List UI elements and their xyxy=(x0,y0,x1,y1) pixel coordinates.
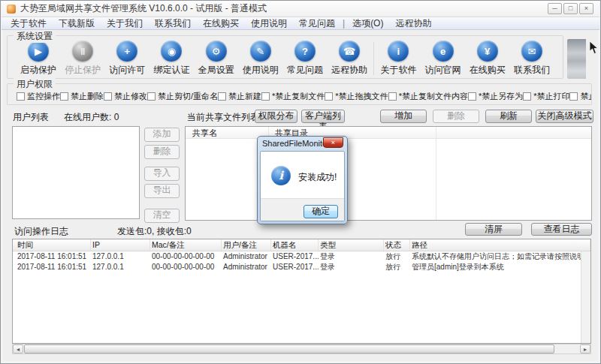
horizontal-scrollbar[interactable]: ◂ ▸ xyxy=(12,344,591,354)
menu-usage-guide[interactable]: 使用说明 xyxy=(245,17,293,29)
app-window: 大势至局域网共享文件管理系统 V10.6.0.0 - 试用版 - 普通模式 ─ … xyxy=(0,0,601,364)
log-table[interactable]: 时间 IP Mac/备注 用户/备注 机器名 类型 状态 路径 2017-08-… xyxy=(12,239,591,344)
add-share-button[interactable]: 增加 xyxy=(380,110,427,123)
mail-icon: ✉ xyxy=(521,41,542,62)
toolbar-item-about-software[interactable]: i 关于软件 xyxy=(378,41,418,77)
toolbar-item-official-website[interactable]: e 访问官网 xyxy=(423,41,464,77)
menu-download-new[interactable]: 下载新版 xyxy=(53,17,101,29)
cell-ip: 127.0.0.1 xyxy=(91,251,150,262)
menu-online-buy[interactable]: 在线购买 xyxy=(197,17,245,29)
toolbar-item-remote-assist[interactable]: ☎ 远程协助 xyxy=(329,41,370,77)
cell-path: 系统默认不存储用户访问日志；如需记录请按照说明安装数据 xyxy=(410,251,590,262)
log-row[interactable]: 2017-08-11 16:01:51 127.0.0.1 00-00-00-0… xyxy=(13,262,590,272)
toolbar-item-label: 远程协助 xyxy=(331,64,367,77)
toolbar-item-start-protection[interactable]: ▶ 启动保护 xyxy=(18,41,59,77)
menu-remote-assist[interactable]: 远程协助 xyxy=(389,17,437,29)
clear-screen-button[interactable]: 清屏 xyxy=(465,223,522,236)
user-list-box[interactable] xyxy=(12,126,140,219)
column-header-status[interactable]: 状态 xyxy=(384,239,410,251)
mouse-cursor-icon xyxy=(589,41,599,55)
checkbox-no-read[interactable]: 禁止读取 xyxy=(569,91,591,102)
phone-icon: ☎ xyxy=(339,41,360,62)
checkbox-label: 禁止修改 xyxy=(114,91,147,102)
toolbar-separator xyxy=(373,42,374,75)
checkbox-icon[interactable] xyxy=(261,92,270,101)
column-header-time[interactable]: 时间 xyxy=(16,239,91,251)
view-log-button[interactable]: 查看日志 xyxy=(531,223,592,236)
client-list-button[interactable]: 客户端列表 xyxy=(301,110,345,123)
checkbox-label: *禁止打印 xyxy=(533,91,569,102)
checkbox-icon[interactable] xyxy=(218,92,226,101)
menu-about-us[interactable]: 关于我们 xyxy=(101,17,149,29)
checkbox-icon[interactable] xyxy=(523,92,531,101)
checkbox-icon[interactable] xyxy=(388,92,397,101)
scroll-left-arrow-icon[interactable]: ◂ xyxy=(13,344,23,353)
perm-distribution-button[interactable]: 权限分布 xyxy=(255,110,297,123)
menu-faq[interactable]: 常见问题 xyxy=(293,17,341,29)
checkbox-label: *禁止复制文件内容 xyxy=(399,91,468,102)
shared-name-column-header[interactable]: 共享名 xyxy=(192,128,217,139)
title-bar[interactable]: 大势至局域网共享文件管理系统 V10.6.0.0 - 试用版 - 普通模式 ─ … xyxy=(2,1,599,17)
access-log-label: 访问操作日志 xyxy=(14,225,68,238)
toolbar-item-bind-auth[interactable]: ◉ 绑定认证 xyxy=(151,41,192,77)
menu-options[interactable]: 选项(O) xyxy=(346,17,389,29)
checkbox-icon[interactable] xyxy=(17,92,25,101)
checkbox-icon[interactable] xyxy=(104,92,112,101)
column-header-machine[interactable]: 机器名 xyxy=(271,239,319,251)
checkbox-no-modify[interactable]: 禁止修改 xyxy=(104,91,147,102)
checkbox-no-print[interactable]: *禁止打印 xyxy=(523,91,569,102)
toolbar-item-access-permit[interactable]: + 访问许可 xyxy=(107,41,147,77)
toolbar-item-faq[interactable]: ? 常见问题 xyxy=(285,41,325,77)
user-import-button: 导入 xyxy=(144,167,180,181)
checkbox-monitor-ops[interactable]: 监控操作 xyxy=(17,91,60,102)
toolbar-item-online-purchase[interactable]: ¥ 在线购买 xyxy=(467,41,508,77)
dialog-close-icon[interactable]: × xyxy=(323,137,343,148)
minimize-button[interactable]: ─ xyxy=(548,3,562,14)
refresh-button[interactable]: 刷新 xyxy=(485,110,532,123)
manual-icon: ✎ xyxy=(250,41,271,62)
maximize-button[interactable]: □ xyxy=(563,3,578,14)
globe-icon: e xyxy=(433,41,454,62)
message-dialog: SharedFileMonitor_... × i 安装成功! 确定 xyxy=(257,136,348,224)
scrollbar-thumb[interactable] xyxy=(24,344,554,353)
column-header-ip[interactable]: IP xyxy=(91,239,150,251)
dialog-ok-button[interactable]: 确定 xyxy=(304,205,338,218)
user-delete-button: 删除 xyxy=(144,145,180,159)
dialog-title-bar[interactable]: SharedFileMonitor_... xyxy=(258,137,324,151)
column-header-path[interactable]: 路径 xyxy=(410,239,590,251)
checkbox-no-delete[interactable]: 禁止删除 xyxy=(60,91,104,102)
column-header-mac[interactable]: Mac/备注 xyxy=(150,239,222,251)
cell-machine: USER-2017... xyxy=(271,251,319,262)
checkbox-no-copy-content[interactable]: *禁止复制文件内容 xyxy=(388,91,468,102)
packet-counters: 发送包:0, 接收包:0 xyxy=(117,225,192,238)
cell-mac: 00-00-00-00-00-00 xyxy=(150,262,222,272)
checkbox-no-drag-file[interactable]: *禁止拖拽文件 xyxy=(325,91,388,102)
checkbox-icon[interactable] xyxy=(569,92,578,101)
column-header-type[interactable]: 类型 xyxy=(319,239,384,251)
cart-icon: ¥ xyxy=(477,41,498,62)
checkbox-no-create[interactable]: 禁止新建 xyxy=(218,91,261,102)
permissions-row: 监控操作 禁止删除 禁止修改 禁止剪切/重命名 禁止新建 *禁止复制文件 *禁止… xyxy=(8,84,591,102)
toolbar-item-usage-guide[interactable]: ✎ 使用说明 xyxy=(240,41,281,77)
checkbox-icon[interactable] xyxy=(147,92,156,101)
close-advanced-mode-button[interactable]: 关闭高级模式 xyxy=(536,110,593,123)
user-permissions-label: 用户权限 xyxy=(14,78,56,91)
toolbar-item-label: 关于软件 xyxy=(380,64,416,77)
checkbox-no-save-as[interactable]: *禁止另存为 xyxy=(468,91,523,102)
log-row[interactable]: 2017-08-11 16:01:51 127.0.0.1 00-00-00-0… xyxy=(13,251,590,262)
checkbox-icon[interactable] xyxy=(325,92,333,101)
shared-file-table[interactable]: 共享名 共享目录 xyxy=(185,126,592,221)
checkbox-no-copy-file[interactable]: *禁止复制文件 xyxy=(261,91,325,102)
toolbar-item-label: 绑定认证 xyxy=(153,64,189,77)
column-header-user[interactable]: 用户/备注 xyxy=(222,239,271,251)
vertical-scrollbar[interactable] xyxy=(581,251,590,343)
toolbar-item-global-settings[interactable]: ⚙ 全局设置 xyxy=(196,41,237,77)
close-button[interactable]: × xyxy=(579,3,593,14)
checkbox-no-cut-rename[interactable]: 禁止剪切/重命名 xyxy=(147,91,218,102)
checkbox-icon[interactable] xyxy=(60,92,68,101)
toolbar-item-contact-us[interactable]: ✉ 联系我们 xyxy=(512,41,552,77)
menu-about-software[interactable]: 关于软件 xyxy=(5,17,53,29)
scroll-right-arrow-icon[interactable]: ▸ xyxy=(580,344,590,353)
menu-contact-us[interactable]: 联系我们 xyxy=(149,17,197,29)
checkbox-icon[interactable] xyxy=(468,92,476,101)
